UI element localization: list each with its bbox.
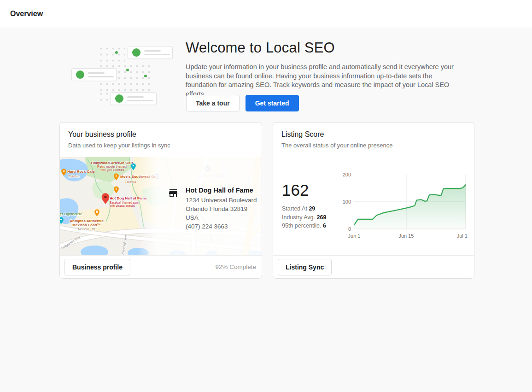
business-name: Hot Dog Hall of Fame [186,187,257,194]
map-label: Universal Blvd [121,235,128,256]
map-label: Antojitos Authentic [70,219,103,223]
hero-illustration [60,39,180,108]
map-label: Hollywood Drive-In Golf [91,161,133,165]
map-label: mini-golf courses [100,168,124,172]
business-address-line3: USA [186,213,257,222]
business-profile-button[interactable]: Business profile [64,259,130,275]
stat-row: 95th percentile. 6 [282,222,326,230]
stat-row: Started At 29 [282,205,326,213]
map-label: Hollywood Way [61,235,82,251]
listing-mini-card [71,68,117,81]
business-info: Hot Dog Hall of Fame 1234 Universal Boul… [168,187,257,231]
green-dot [115,51,118,54]
hero-buttons: Take a tour Get started [186,95,299,111]
business-card-footer: Business profile 92% Complete [60,255,262,278]
map-label: with classic snacks [110,204,135,207]
map-label: Takeout [125,180,136,184]
topbar: Overview [0,0,532,28]
dot-grid [98,91,111,103]
take-a-tour-button[interactable]: Take a tour [186,95,240,111]
svg-text:100: 100 [343,199,351,205]
business-card-subtitle: Data used to keep your listings in sync [68,142,253,149]
page-title: Overview [10,10,43,18]
listing-score-stats: Started At 29Industry Avg. 26995th perce… [282,205,326,230]
business-map[interactable]: P Hollywood Drive-In GolfRetro-movie-the… [60,157,262,256]
listing-score-chart: 0100200Jun 1Jun 15Jul 1 [341,168,472,243]
map-label: Mexican Food™ [72,223,100,227]
map-label: Hard Rock Cafe [67,170,95,174]
listing-mini-card [128,46,173,59]
green-dot [126,69,129,71]
svg-text:Jul 1: Jul 1 [457,233,468,239]
map-label: Mexican · $$ [78,228,95,231]
stat-row: Industry Avg. 269 [282,213,326,222]
business-address-line2: Orlando Florida 32819 [186,205,257,213]
svg-text:Jun 15: Jun 15 [398,233,414,239]
green-dot [144,75,147,77]
svg-text:Jun 1: Jun 1 [348,233,361,239]
business-card-title: Your business profile [68,130,253,139]
listing-card-header: Listing Score The overall status of your… [273,123,474,157]
map-label: rgs Lighthouse [60,212,82,216]
storefront-icon [168,187,179,199]
business-address-line1: 1234 Universal Boulevard [186,196,257,205]
business-profile-card: Your business profile Data used to keep … [59,122,262,279]
hero-description: Update your information in your business… [186,63,465,99]
listing-sync-button[interactable]: Listing Sync [278,259,332,275]
listing-mini-card [111,92,157,105]
get-started-button[interactable]: Get started [246,95,299,111]
listing-score-card: Listing Score The overall status of your… [273,122,474,279]
business-card-header: Your business profile Data used to keep … [60,123,262,157]
listing-card-subtitle: The overall status of your online presen… [281,142,466,149]
listing-card-title: Listing Score [281,130,466,139]
profile-completion-status: 92% Complete [215,263,256,270]
listing-score-body: 162 Started At 29Industry Avg. 26995th p… [273,157,474,256]
svg-text:200: 200 [343,172,351,177]
listing-score-value: 162 [282,181,309,199]
dot-grid [98,46,125,63]
business-phone: (407) 224 3663 [186,222,257,231]
listing-card-footer: Listing Sync [273,255,474,278]
svg-text:0: 0 [348,226,351,232]
hero-title: Welcome to Local SEO [186,40,335,56]
map-label: Takeout [68,175,80,178]
